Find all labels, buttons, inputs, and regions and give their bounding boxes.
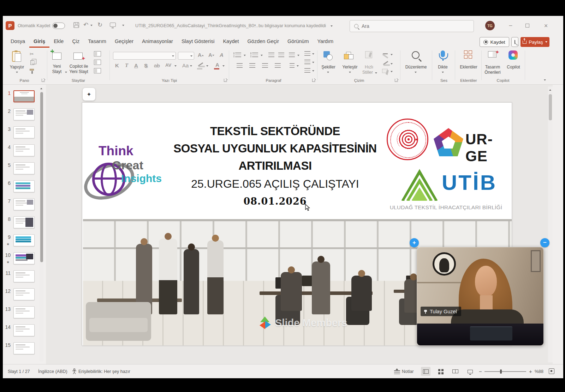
zoom-slider-thumb[interactable]	[500, 369, 502, 374]
slide-title-line1[interactable]: TEKSTİL SEKTÖRÜNDE	[169, 125, 381, 138]
tab-dosya[interactable]: Dosya	[6, 35, 29, 47]
share-button[interactable]: Paylaş	[521, 37, 549, 47]
minimize-button[interactable]: –	[507, 22, 514, 29]
tab-kaydet[interactable]: Kaydet	[219, 35, 243, 47]
tab-slayt-gösterisi[interactable]: Slayt Gösterisi	[177, 35, 219, 47]
reset-slide-icon[interactable]	[94, 60, 101, 65]
slide-thumbnail-5[interactable]	[13, 162, 35, 174]
undo-icon[interactable]: ↶	[83, 21, 88, 29]
text-direction-icon[interactable]	[304, 51, 310, 56]
panel-scroll-up-icon[interactable]	[40, 88, 42, 89]
bold-button[interactable]: K	[115, 62, 119, 68]
zoom-in-button[interactable]: +	[529, 368, 532, 374]
highlight-caret-icon[interactable]	[206, 65, 208, 67]
slideshow-button[interactable]	[465, 367, 475, 376]
undo-caret-icon[interactable]	[90, 25, 93, 26]
slide-thumbnail-2[interactable]	[13, 108, 35, 120]
italic-button[interactable]: T	[125, 62, 128, 68]
autosave-toggle[interactable]	[52, 23, 65, 29]
font-color-button[interactable]: A	[215, 62, 219, 68]
font-name-select[interactable]	[113, 52, 176, 60]
webcam-zoom-in-button[interactable]: +	[410, 238, 419, 247]
slide-thumbnail-10[interactable]	[13, 252, 35, 264]
text-direction-caret-icon[interactable]	[312, 53, 314, 55]
slide-thumbnail-11[interactable]	[13, 270, 35, 282]
slide-thumbnail-12[interactable]	[13, 288, 35, 300]
tab-tasarım[interactable]: Tasarım	[84, 35, 111, 47]
slide-thumbnail-6[interactable]	[13, 180, 35, 192]
slide-thumbnail-4[interactable]	[13, 144, 35, 156]
restore-button[interactable]	[525, 24, 529, 28]
format-painter-icon[interactable]	[30, 69, 34, 71]
slide-thumbnail-7[interactable]	[13, 198, 35, 210]
shrink-font-button[interactable]: A	[208, 52, 214, 58]
close-button[interactable]: ×	[542, 22, 549, 30]
slide-title-line2[interactable]: SOSYAL UYGUNLUK KAPASİTESİNİN	[169, 142, 381, 155]
align-text-caret-icon[interactable]	[312, 62, 314, 63]
qat-customize-icon[interactable]	[122, 25, 124, 26]
paragraph-dialog-launcher[interactable]	[312, 79, 315, 82]
numbering-icon[interactable]	[252, 53, 258, 57]
panel-scroll-thumb[interactable]	[40, 92, 43, 262]
save-icon[interactable]	[73, 22, 79, 28]
slide-thumbnail-13[interactable]	[13, 306, 35, 318]
slideshow-qat-icon[interactable]	[110, 23, 116, 27]
shape-outline-icon[interactable]	[383, 61, 388, 65]
font-size-select[interactable]	[178, 52, 194, 60]
columns-caret-icon[interactable]	[297, 65, 299, 67]
save-location-status[interactable]: bu bilgisayar konumuna kaydedildi	[258, 23, 326, 28]
webcam-zoom-out-button[interactable]: −	[540, 238, 549, 247]
clipboard-dialog-launcher[interactable]	[42, 79, 45, 82]
zoom-out-button[interactable]: −	[479, 368, 482, 374]
redo-icon[interactable]: ↻	[97, 21, 102, 29]
slide-title-line3[interactable]: ARTIRILMASI	[169, 159, 381, 173]
align-right-icon[interactable]	[262, 63, 268, 68]
shape-effects-icon[interactable]	[382, 69, 388, 73]
align-center-icon[interactable]	[249, 63, 255, 68]
accessibility-status[interactable]: Erişilebilirlik: Her şey hazır	[78, 369, 130, 374]
font-color-caret-icon[interactable]	[222, 65, 225, 67]
tab-görünüm[interactable]: Görünüm	[283, 35, 313, 47]
panel-scrollbar[interactable]	[40, 86, 43, 362]
slide-thumbnail-8[interactable]	[13, 216, 35, 228]
cut-icon[interactable]: ✂	[30, 51, 34, 57]
scroll-up-icon[interactable]	[549, 89, 551, 91]
spacing-caret-icon[interactable]	[174, 65, 177, 67]
tab-ekle[interactable]: Ekle	[49, 35, 68, 47]
outline-caret-icon[interactable]	[391, 63, 393, 65]
spacing-caret2-icon[interactable]	[297, 55, 299, 56]
smartart-caret-icon[interactable]	[312, 70, 314, 72]
tab-çiz[interactable]: Çiz	[68, 35, 84, 47]
webcam-overlay[interactable]: Tulay Guzel	[417, 247, 544, 346]
bullets-icon[interactable]	[235, 53, 241, 57]
collapse-ribbon-icon[interactable]	[544, 79, 546, 81]
drawing-dialog-launcher[interactable]	[395, 79, 398, 82]
save-status-caret-icon[interactable]	[331, 25, 333, 27]
slide-date[interactable]: 08.01.2026	[169, 196, 381, 207]
align-text-icon[interactable]	[304, 60, 310, 64]
slide-thumbnail-3[interactable]	[13, 126, 35, 138]
bullets-caret-icon[interactable]	[244, 55, 246, 56]
designer-button[interactable]: ✦	[83, 88, 95, 101]
change-case-button[interactable]: Aa	[182, 62, 189, 68]
language-status[interactable]: İngilizce (ABD)	[38, 369, 67, 374]
increase-indent-icon[interactable]	[278, 53, 284, 57]
text-shadow-button[interactable]: S	[144, 62, 148, 68]
decrease-indent-icon[interactable]	[268, 53, 274, 57]
shape-fill-icon[interactable]	[383, 53, 388, 54]
justify-icon[interactable]	[275, 63, 281, 68]
slide-thumbnail-9[interactable]	[13, 234, 35, 246]
underline-button[interactable]: A	[134, 62, 138, 68]
tab-geçişler[interactable]: Geçişler	[111, 35, 138, 47]
font-dialog-launcher[interactable]	[224, 79, 227, 82]
numbering-caret-icon[interactable]	[261, 55, 263, 56]
smartart-convert-icon[interactable]	[304, 68, 310, 73]
zoom-level[interactable]: %88	[535, 369, 543, 374]
vertical-scrollbar[interactable]	[548, 86, 553, 362]
tab-yardım[interactable]: Yardım	[313, 35, 338, 47]
search-input[interactable]	[362, 23, 460, 29]
tab-animasyonlar[interactable]: Animasyonlar	[138, 35, 177, 47]
zoom-slider[interactable]	[484, 371, 526, 372]
columns-icon[interactable]	[290, 63, 295, 68]
char-spacing-button[interactable]: AV	[165, 62, 171, 68]
